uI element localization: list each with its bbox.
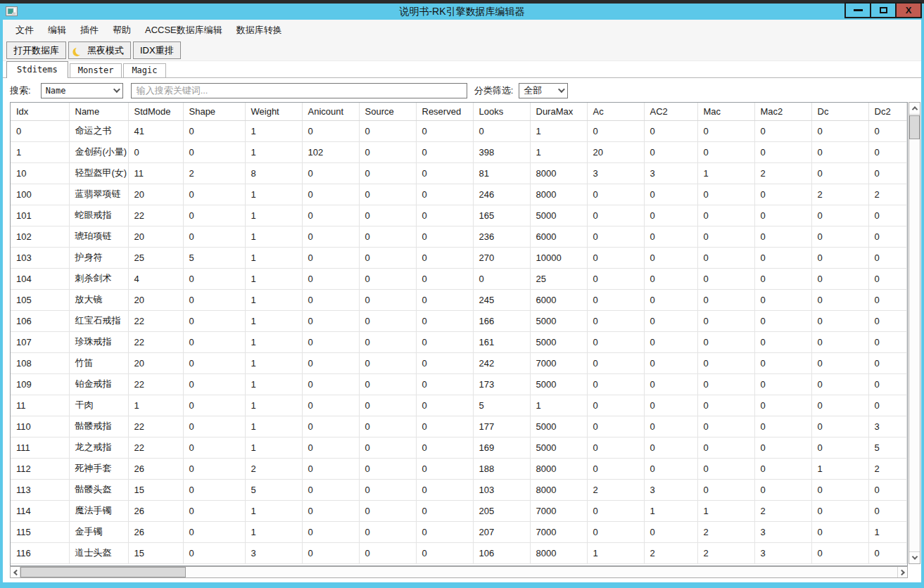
table-row[interactable]: 113骷髅头盔15050001038000230000 (11, 479, 906, 500)
cell[interactable]: 26 (128, 500, 183, 521)
cell[interactable]: 红宝石戒指 (69, 310, 128, 331)
table-row[interactable]: 104刺杀剑术401000025000000 (11, 268, 906, 289)
cell[interactable]: 0 (868, 373, 906, 395)
category-filter-select[interactable]: 全部 (519, 83, 568, 98)
cell[interactable]: 蛇眼戒指 (69, 205, 128, 226)
cell[interactable]: 0 (359, 310, 416, 331)
cell[interactable]: 0 (697, 205, 754, 226)
cell[interactable]: 3 (754, 542, 811, 563)
close-button[interactable]: X (895, 2, 922, 18)
cell[interactable]: 169 (473, 437, 530, 458)
cell[interactable]: 105 (11, 289, 69, 310)
cell[interactable]: 242 (473, 352, 530, 373)
cell[interactable]: 0 (359, 416, 416, 437)
cell[interactable]: 0 (416, 395, 473, 416)
cell[interactable]: 0 (587, 500, 644, 521)
cell[interactable]: 104 (11, 268, 69, 289)
cell[interactable]: 0 (811, 141, 868, 162)
cell[interactable]: 0 (811, 310, 868, 331)
cell[interactable]: 2 (754, 500, 811, 521)
cell[interactable]: 0 (359, 542, 416, 563)
cell[interactable]: 1 (245, 226, 302, 247)
cell[interactable]: 0 (868, 479, 906, 500)
cell[interactable]: 2 (183, 162, 245, 184)
cell[interactable]: 0 (587, 268, 644, 289)
cell[interactable]: 114 (11, 500, 69, 521)
cell[interactable]: 护身符 (69, 247, 128, 268)
cell[interactable]: 0 (644, 437, 697, 458)
cell[interactable]: 0 (811, 521, 868, 542)
cell[interactable]: 0 (644, 141, 697, 162)
cell[interactable]: 0 (754, 184, 811, 205)
column-header[interactable]: Shape (183, 103, 245, 120)
column-header[interactable]: Dc (811, 103, 868, 120)
cell[interactable]: 0 (644, 120, 697, 141)
cell[interactable]: 0 (587, 352, 644, 373)
table-row[interactable]: 106红宝石戒指22010001665000000000 (11, 310, 906, 331)
tab-stditems[interactable]: Stditems (6, 61, 68, 78)
cell[interactable]: 0 (183, 542, 245, 563)
cell[interactable]: 1 (868, 521, 906, 542)
cell[interactable]: 5000 (530, 310, 587, 331)
cell[interactable]: 2 (644, 542, 697, 563)
cell[interactable]: 琥珀项链 (69, 226, 128, 247)
scroll-up-button[interactable] (909, 103, 920, 115)
cell[interactable]: 0 (416, 437, 473, 458)
cell[interactable]: 0 (697, 268, 754, 289)
cell[interactable]: 0 (587, 437, 644, 458)
cell[interactable]: 107 (11, 331, 69, 352)
cell[interactable]: 0 (811, 226, 868, 247)
cell[interactable]: 0 (644, 373, 697, 395)
cell[interactable]: 放大镜 (69, 289, 128, 310)
cell[interactable]: 0 (416, 373, 473, 395)
cell[interactable]: 5 (183, 247, 245, 268)
cell[interactable]: 0 (697, 247, 754, 268)
column-header[interactable]: Weight (245, 103, 302, 120)
cell[interactable]: 0 (587, 226, 644, 247)
cell[interactable]: 0 (868, 141, 906, 162)
cell[interactable]: 1 (11, 141, 69, 162)
cell[interactable]: 0 (644, 184, 697, 205)
cell[interactable]: 22 (128, 310, 183, 331)
cell[interactable]: 0 (697, 352, 754, 373)
cell[interactable]: 0 (811, 289, 868, 310)
column-header[interactable]: Mac (697, 103, 754, 120)
cell[interactable]: 165 (473, 205, 530, 226)
cell[interactable]: 20 (128, 352, 183, 373)
cell[interactable]: 1 (245, 205, 302, 226)
cell[interactable]: 0 (359, 395, 416, 416)
cell[interactable]: 5000 (530, 416, 587, 437)
cell[interactable]: 177 (473, 416, 530, 437)
cell[interactable]: 0 (302, 205, 359, 226)
cell[interactable]: 8000 (530, 162, 587, 184)
cell[interactable]: 3 (644, 479, 697, 500)
cell[interactable]: 0 (811, 247, 868, 268)
column-header[interactable]: Mac2 (754, 103, 811, 120)
cell[interactable]: 0 (754, 268, 811, 289)
cell[interactable]: 110 (11, 416, 69, 437)
cell[interactable]: 3 (245, 542, 302, 563)
column-header[interactable]: DuraMax (530, 103, 587, 120)
cell[interactable]: 6000 (530, 226, 587, 247)
cell[interactable]: 15 (128, 542, 183, 563)
cell[interactable]: 0 (302, 184, 359, 205)
cell[interactable]: 0 (754, 416, 811, 437)
cell[interactable]: 0 (473, 120, 530, 141)
cell[interactable]: 0 (183, 395, 245, 416)
cell[interactable]: 刺杀剑术 (69, 268, 128, 289)
cell[interactable]: 0 (754, 310, 811, 331)
cell[interactable]: 0 (359, 373, 416, 395)
cell[interactable]: 0 (183, 521, 245, 542)
cell[interactable]: 0 (754, 247, 811, 268)
cell[interactable]: 0 (359, 184, 416, 205)
cell[interactable]: 0 (754, 352, 811, 373)
menu-file[interactable]: 文件 (8, 20, 41, 40)
cell[interactable]: 1 (587, 542, 644, 563)
cell[interactable]: 竹笛 (69, 352, 128, 373)
cell[interactable]: 5 (868, 437, 906, 458)
vertical-scrollbar-thumb[interactable] (909, 115, 920, 139)
cell[interactable]: 0 (697, 331, 754, 352)
cell[interactable]: 0 (416, 352, 473, 373)
cell[interactable]: 1 (530, 395, 587, 416)
title-bar[interactable]: 说明书-RK引擎数据库编辑器 (0, 4, 924, 20)
